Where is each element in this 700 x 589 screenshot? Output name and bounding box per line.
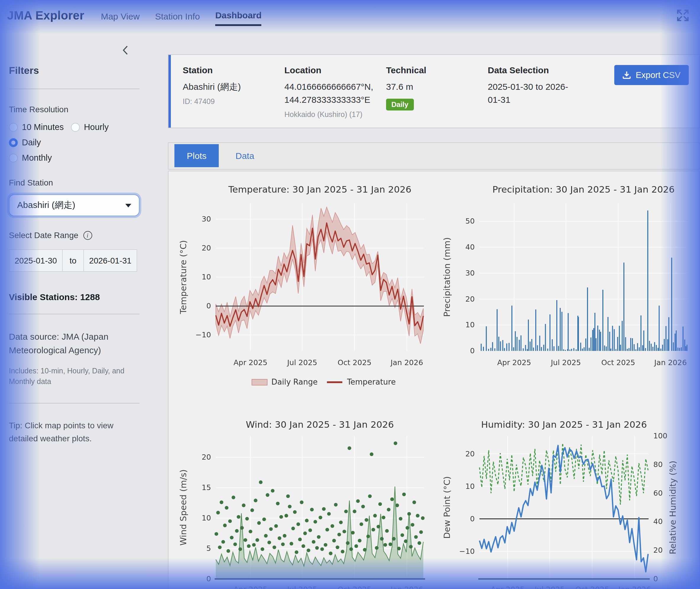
end-date-input[interactable]: [83, 249, 137, 272]
radio-icon[interactable]: [9, 123, 18, 132]
svg-text:20: 20: [653, 546, 663, 554]
svg-text:Temperature: Temperature: [347, 377, 396, 386]
radio-daily[interactable]: Daily: [9, 138, 41, 147]
svg-text:30: 30: [465, 268, 475, 277]
svg-text:Jul 2025: Jul 2025: [287, 358, 317, 367]
tab-plots[interactable]: Plots: [174, 144, 219, 167]
main-content: Station Abashiri (網走) ID: 47409 Location…: [151, 31, 700, 589]
humidity-chart: 020406080100Relative Humidity (%)−100102…: [439, 414, 694, 589]
selected-range: 2025-01-30 to 2026-01-31: [488, 80, 576, 106]
sidebar-collapse-icon[interactable]: [121, 45, 130, 55]
temperature-chart: −100102030Apr 2025Jul 2025Oct 2025Jan 20…: [176, 179, 430, 391]
latitude: 44.0166666666667°N,: [284, 80, 380, 93]
data-selection-column: Data Selection 2025-01-30 to 2026-01-31: [488, 65, 582, 119]
download-icon: [623, 71, 631, 79]
svg-text:Jan 2026: Jan 2026: [618, 585, 651, 589]
radio-icon[interactable]: [71, 123, 80, 132]
svg-text:Oct 2025: Oct 2025: [337, 358, 372, 367]
info-icon[interactable]: i: [83, 231, 92, 239]
time-resolution-label: Time Resolution: [9, 105, 140, 114]
station-column: Station Abashiri (網走) ID: 47409: [183, 65, 284, 119]
svg-text:Wind Speed (m/s): Wind Speed (m/s): [178, 469, 188, 545]
svg-text:0: 0: [653, 574, 658, 583]
svg-text:0: 0: [470, 514, 475, 523]
nav-map-view[interactable]: Map View: [101, 6, 140, 25]
svg-text:Oct 2025: Oct 2025: [601, 358, 635, 367]
svg-text:20: 20: [465, 449, 475, 458]
svg-text:10: 10: [465, 482, 475, 490]
nav-dashboard[interactable]: Dashboard: [215, 5, 262, 26]
svg-text:15: 15: [201, 483, 211, 492]
fullscreen-icon[interactable]: [675, 8, 691, 23]
svg-text:Apr 2025: Apr 2025: [234, 358, 268, 367]
station-select[interactable]: Abashiri (網走): [9, 194, 140, 216]
svg-text:Relative Humidity (%): Relative Humidity (%): [668, 460, 678, 554]
svg-text:10: 10: [465, 320, 475, 329]
svg-text:5: 5: [206, 544, 211, 552]
svg-text:Apr 2025: Apr 2025: [234, 585, 268, 589]
svg-text:Jan 2026: Jan 2026: [654, 358, 687, 367]
radio-label: Hourly: [84, 122, 109, 132]
radio-selected-icon[interactable]: [9, 138, 18, 147]
tab-data[interactable]: Data: [230, 144, 260, 167]
start-date-input[interactable]: [9, 249, 63, 272]
svg-text:Jan 2026: Jan 2026: [390, 585, 423, 589]
station-select-value: Abashiri (網走): [17, 200, 125, 211]
date-range-inputs: to: [9, 249, 140, 272]
svg-text:80: 80: [653, 460, 663, 468]
svg-text:20: 20: [465, 294, 475, 303]
svg-text:10: 10: [201, 272, 211, 281]
svg-text:Jul 2025: Jul 2025: [534, 585, 565, 589]
sidebar-heading: Filters: [9, 65, 140, 77]
svg-text:Oct 2025: Oct 2025: [337, 585, 372, 589]
app-title: JMA Explorer: [7, 9, 84, 22]
radio-10-minutes[interactable]: 10 Minutes: [9, 122, 64, 132]
nav-station-info[interactable]: Station Info: [155, 6, 200, 25]
divider: [9, 88, 140, 89]
radio-icon[interactable]: [9, 153, 18, 162]
column-heading: Technical: [386, 65, 482, 75]
top-nav: JMA Explorer Map View Station Info Dashb…: [0, 0, 700, 31]
svg-text:Temperature: 30 Jan 2025 - 31: Temperature: 30 Jan 2025 - 31 Jan 2026: [228, 184, 411, 194]
svg-text:Daily Range: Daily Range: [271, 377, 317, 386]
date-range-separator: to: [63, 249, 83, 272]
svg-text:Apr 2025: Apr 2025: [497, 358, 531, 367]
filters-sidebar: Filters Time Resolution 10 Minutes Hourl…: [0, 31, 151, 589]
svg-text:0: 0: [206, 301, 211, 310]
chevron-down-icon: [125, 204, 131, 207]
station-name: Abashiri (網走): [183, 80, 278, 93]
data-source-text: Data source: JMA (Japan Meteorological A…: [9, 330, 140, 357]
tab-strip: Plots Data: [168, 142, 700, 169]
svg-text:Jan 2026: Jan 2026: [390, 358, 423, 367]
svg-text:Jul 2025: Jul 2025: [287, 585, 317, 589]
time-resolution-group: 10 Minutes Hourly Daily Monthly: [9, 122, 140, 163]
export-csv-button[interactable]: Export CSV: [614, 65, 689, 85]
svg-text:20: 20: [201, 243, 211, 252]
svg-text:60: 60: [653, 488, 663, 497]
precipitation-chart: 01020304050Apr 2025Jul 2025Oct 2025Jan 2…: [439, 179, 694, 391]
radio-label: Daily: [22, 138, 41, 147]
svg-text:Temperature (°C): Temperature (°C): [178, 240, 188, 314]
svg-text:0: 0: [470, 346, 475, 355]
column-heading: Location: [284, 65, 380, 75]
export-csv-label: Export CSV: [636, 70, 681, 80]
svg-text:Apr 2025: Apr 2025: [491, 585, 525, 589]
svg-text:40: 40: [465, 242, 475, 251]
divider: [9, 314, 140, 314]
elevation: 37.6 m: [386, 80, 482, 93]
radio-monthly[interactable]: Monthly: [9, 153, 132, 163]
includes-text: Includes: 10-min, Hourly, Daily, and Mon…: [9, 365, 140, 388]
svg-text:40: 40: [653, 517, 663, 526]
svg-text:Wind: 30 Jan 2025 - 31 Jan 202: Wind: 30 Jan 2025 - 31 Jan 2026: [246, 419, 394, 429]
svg-text:0: 0: [206, 574, 211, 583]
column-heading: Data Selection: [488, 65, 576, 75]
radio-hourly[interactable]: Hourly: [71, 122, 109, 132]
date-range-label: Select Date Range: [9, 230, 78, 240]
svg-text:100: 100: [653, 431, 668, 440]
svg-text:Oct 2025: Oct 2025: [575, 585, 609, 589]
station-summary-card: Station Abashiri (網走) ID: 47409 Location…: [168, 54, 700, 128]
app-window: JMA Explorer Map View Station Info Dashb…: [0, 0, 700, 589]
svg-text:Humidity: 30 Jan 2025 - 31 Jan: Humidity: 30 Jan 2025 - 31 Jan 2026: [481, 419, 647, 429]
card-accent-bar: [168, 55, 171, 127]
station-id: ID: 47409: [183, 97, 278, 106]
